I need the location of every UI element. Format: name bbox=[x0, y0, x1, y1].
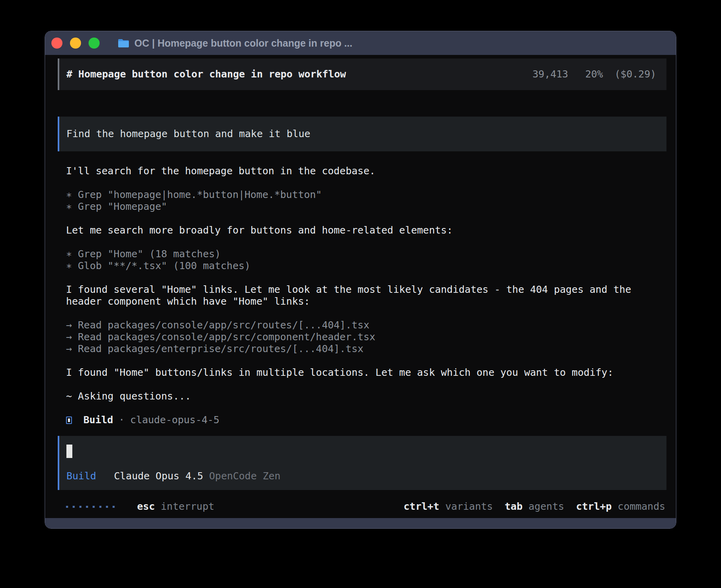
tool-call-text: Read packages/console/app/src/component/… bbox=[78, 331, 376, 343]
tool-call-text: Grep "Home" (18 matches) bbox=[78, 248, 221, 260]
window-titlebar[interactable]: OC | Homepage button color change in rep… bbox=[45, 31, 676, 55]
build-agent-icon bbox=[66, 416, 72, 424]
agent-name: Build bbox=[83, 414, 113, 426]
session-stats: 39,413 20% ($0.29) bbox=[532, 68, 656, 80]
minimize-button[interactable] bbox=[70, 38, 81, 49]
provider-label: OpenCode Zen bbox=[209, 470, 281, 482]
tool-call-read: →Read packages/enterprise/src/routes/[..… bbox=[66, 343, 666, 355]
tool-call-read: →Read packages/console/app/src/routes/[.… bbox=[66, 319, 666, 331]
window-title: OC | Homepage button color change in rep… bbox=[134, 38, 352, 49]
tool-call-text: Grep "homepage|home.*button|Home.*button… bbox=[78, 189, 322, 200]
model-label[interactable]: Claude Opus 4.5 bbox=[114, 470, 203, 482]
assistant-text: I found several "Home" links. Let me loo… bbox=[66, 284, 666, 307]
progress-dots: ▪▪▪▪▪▪▪▪ bbox=[66, 501, 119, 513]
esc-key-label: interrupt bbox=[161, 501, 214, 513]
close-button[interactable] bbox=[51, 38, 62, 49]
assistant-response: I'll search for the homepage button in t… bbox=[66, 165, 666, 426]
asterisk-icon: ∗ bbox=[66, 260, 72, 272]
tool-call-group: ∗Grep "Home" (18 matches) ∗Glob "**/*.ts… bbox=[66, 248, 666, 272]
shortcut-commands: ctrl+pcommands bbox=[576, 501, 665, 513]
zoom-button[interactable] bbox=[89, 38, 100, 49]
tool-call-group: ∗Grep "homepage|home.*button|Home.*butto… bbox=[66, 189, 666, 213]
session-cost: ($0.29) bbox=[615, 68, 656, 80]
session-title: # Homepage button color change in repo w… bbox=[66, 68, 346, 80]
user-message-text: Find the homepage button and make it blu… bbox=[66, 128, 310, 140]
agent-status: Build · claude-opus-4-5 bbox=[66, 414, 666, 426]
folder-icon bbox=[117, 38, 130, 48]
asterisk-icon: ∗ bbox=[66, 189, 72, 201]
separator-dot: · bbox=[119, 414, 125, 426]
read-call-group: →Read packages/console/app/src/routes/[.… bbox=[66, 319, 666, 355]
context-percent: 20% bbox=[585, 68, 603, 80]
status-bar: ▪▪▪▪▪▪▪▪ esc interrupt ctrl+tvariants ta… bbox=[58, 501, 666, 513]
window-bottom-edge bbox=[45, 518, 676, 528]
agent-mode-label[interactable]: Build bbox=[66, 470, 96, 482]
tool-call-text: Read packages/enterprise/src/routes/[...… bbox=[78, 343, 363, 354]
input-meta: BuildClaude Opus 4.5OpenCode Zen bbox=[66, 470, 666, 482]
assistant-text: I'll search for the homepage button in t… bbox=[66, 165, 666, 177]
tool-call-text: Grep "Homepage" bbox=[78, 201, 167, 212]
shortcut-variants: ctrl+tvariants bbox=[404, 501, 493, 513]
arrow-right-icon: → bbox=[66, 319, 72, 331]
asterisk-icon: ∗ bbox=[66, 201, 72, 213]
terminal-window: OC | Homepage button color change in rep… bbox=[45, 31, 676, 529]
agent-model: claude-opus-4-5 bbox=[130, 414, 219, 426]
token-count: 39,413 bbox=[532, 68, 568, 80]
tool-call-grep: ∗Grep "homepage|home.*button|Home.*butto… bbox=[66, 189, 666, 201]
text-cursor bbox=[66, 445, 72, 458]
assistant-text: I found "Home" buttons/links in multiple… bbox=[66, 367, 666, 379]
arrow-right-icon: → bbox=[66, 331, 72, 343]
tool-call-read: →Read packages/console/app/src/component… bbox=[66, 331, 666, 343]
terminal-content: # Homepage button color change in repo w… bbox=[45, 55, 676, 518]
session-header: # Homepage button color change in repo w… bbox=[58, 58, 666, 90]
shortcut-agents: tabagents bbox=[505, 501, 564, 513]
tool-call-grep: ∗Grep "Homepage" bbox=[66, 201, 666, 213]
esc-key-hint: esc bbox=[137, 501, 155, 513]
arrow-right-icon: → bbox=[66, 343, 72, 355]
assistant-text: Let me search more broadly for buttons a… bbox=[66, 224, 666, 236]
asterisk-icon: ∗ bbox=[66, 248, 72, 260]
status-line: ~ Asking questions... bbox=[66, 390, 666, 402]
tool-call-grep: ∗Grep "Home" (18 matches) bbox=[66, 248, 666, 260]
tool-call-glob: ∗Glob "**/*.tsx" (100 matches) bbox=[66, 260, 666, 272]
tool-call-text: Glob "**/*.tsx" (100 matches) bbox=[78, 260, 251, 271]
tool-call-text: Read packages/console/app/src/routes/[..… bbox=[78, 319, 370, 331]
prompt-input[interactable]: BuildClaude Opus 4.5OpenCode Zen bbox=[58, 436, 666, 490]
user-message: Find the homepage button and make it blu… bbox=[58, 117, 666, 151]
